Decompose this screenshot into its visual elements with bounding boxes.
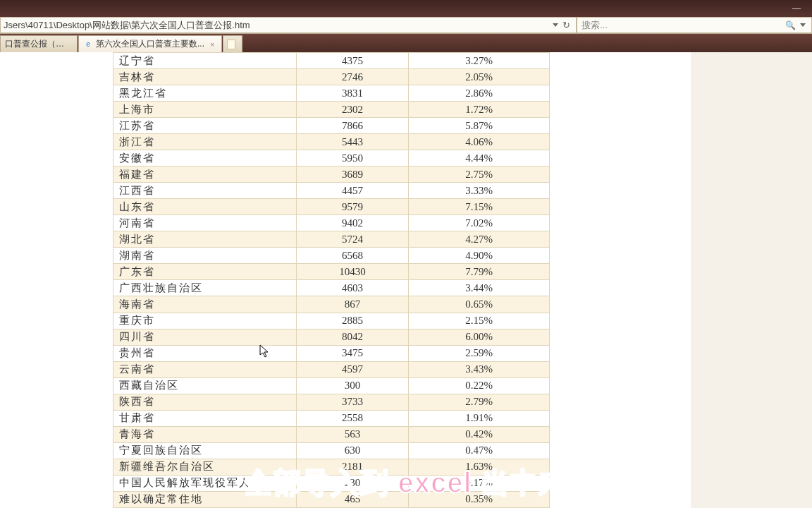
table-row: 福建省36892.75% (113, 167, 550, 183)
population-value: 3689 (296, 167, 409, 183)
table-row: 海南省8670.65% (113, 296, 550, 313)
population-value: 4597 (296, 361, 409, 377)
percentage-value: 2.05% (409, 69, 550, 85)
minimize-button[interactable]: — (787, 2, 806, 15)
population-value: 2558 (296, 410, 409, 426)
table-row: 西藏自治区3000.22% (113, 377, 550, 394)
province-name: 安徽省 (113, 150, 297, 167)
province-name: 江西省 (113, 183, 297, 199)
table-row: 重庆市28852.15% (113, 313, 550, 329)
population-value: 867 (296, 296, 409, 313)
population-value: 4375 (296, 53, 409, 69)
province-name: 湖南省 (113, 248, 297, 264)
province-name: 湖北省 (113, 231, 297, 248)
table-row: 广东省104307.79% (113, 264, 550, 280)
province-name: 西藏自治区 (113, 377, 297, 394)
document-page: 辽宁省43753.27%吉林省27462.05%黑龙江省38312.86%上海市… (0, 52, 691, 508)
table-row: 广西壮族自治区46033.44% (113, 280, 550, 296)
table-row: 贵州省34752.59% (113, 345, 550, 361)
percentage-value: 0.42% (409, 426, 550, 442)
province-name: 黑龙江省 (113, 85, 297, 102)
province-name: 宁夏回族自治区 (113, 442, 297, 459)
percentage-value: 6.00% (409, 329, 550, 345)
population-value: 3733 (296, 394, 409, 410)
percentage-value: 3.27% (409, 53, 550, 69)
population-value: 5950 (296, 150, 409, 167)
province-name: 四川省 (113, 329, 297, 345)
percentage-value: 4.44% (409, 150, 550, 167)
province-name: 上海市 (113, 102, 297, 118)
table-row: 宁夏回族自治区6300.47% (113, 442, 550, 459)
percentage-value: 4.90% (409, 248, 550, 264)
tab-close-button[interactable]: × (210, 40, 214, 49)
table-row: 云南省45973.43% (113, 361, 550, 377)
province-name: 云南省 (113, 361, 297, 377)
population-value: 4457 (296, 183, 409, 199)
search-placeholder: 搜索... (582, 19, 608, 32)
percentage-value: 1.72% (409, 102, 550, 118)
population-value: 5443 (296, 134, 409, 150)
province-name: 辽宁省 (113, 53, 297, 69)
caption-overlay: 全部导入到 excel 当中来 (0, 464, 812, 502)
table-row: 青海省5630.42% (113, 426, 550, 442)
percentage-value: 7.02% (409, 215, 550, 231)
population-value: 8042 (296, 329, 409, 345)
population-value: 9402 (296, 215, 409, 231)
province-name: 贵州省 (113, 345, 297, 361)
tab-strip: 口普查公报（第1... e 第六次全国人口普查主要数... × (0, 34, 812, 52)
table-row: 湖北省57244.27% (113, 231, 550, 248)
population-value: 10430 (296, 264, 409, 280)
ie-favicon-icon: e (83, 40, 93, 49)
new-tab-button[interactable] (223, 35, 242, 52)
table-row: 吉林省27462.05% (113, 69, 550, 85)
tab-active[interactable]: e 第六次全国人口普查主要数... × (78, 35, 222, 52)
search-controls: 🔍 (785, 20, 811, 30)
province-name: 甘肃省 (113, 410, 297, 426)
census-data-table: 辽宁省43753.27%吉林省27462.05%黑龙江省38312.86%上海市… (113, 52, 550, 508)
percentage-value: 2.86% (409, 85, 550, 102)
percentage-value: 1.91% (409, 410, 550, 426)
search-icon[interactable]: 🔍 (785, 20, 796, 30)
refresh-icon[interactable]: ↻ (562, 20, 570, 30)
search-dropdown-icon[interactable] (800, 23, 806, 27)
tab-label: 第六次全国人口普查主要数... (96, 38, 204, 50)
population-value: 2302 (296, 102, 409, 118)
table-row: 河南省94027.02% (113, 215, 550, 231)
population-value: 3475 (296, 345, 409, 361)
population-value: 2746 (296, 69, 409, 85)
province-name: 陕西省 (113, 394, 297, 410)
province-name: 山东省 (113, 199, 297, 215)
address-bar[interactable]: Jsers\40711\Desktop\网站数据\第六次全国人口普查公报.htm… (0, 17, 577, 33)
population-value: 9579 (296, 199, 409, 215)
page-content: 辽宁省43753.27%吉林省27462.05%黑龙江省38312.86%上海市… (0, 52, 812, 508)
percentage-value: 3.33% (409, 183, 550, 199)
search-bar[interactable]: 搜索... 🔍 (577, 17, 812, 33)
percentage-value: 4.27% (409, 231, 550, 248)
population-value: 2885 (296, 313, 409, 329)
table-row: 辽宁省43753.27% (113, 53, 550, 69)
tab-label: 口普查公报（第1... (5, 38, 70, 50)
window-titlebar: — (0, 0, 812, 17)
percentage-value: 7.15% (409, 199, 550, 215)
table-row: 江苏省78665.87% (113, 118, 550, 134)
province-name: 江苏省 (113, 118, 297, 134)
percentage-value: 7.79% (409, 264, 550, 280)
province-name: 海南省 (113, 296, 297, 313)
table-row: 甘肃省25581.91% (113, 410, 550, 426)
table-row: 上海市23021.72% (113, 102, 550, 118)
population-value: 7866 (296, 118, 409, 134)
province-name: 福建省 (113, 167, 297, 183)
population-value: 630 (296, 442, 409, 459)
percentage-value: 0.65% (409, 296, 550, 313)
percentage-value: 2.15% (409, 313, 550, 329)
province-name: 浙江省 (113, 134, 297, 150)
population-value: 563 (296, 426, 409, 442)
table-row: 四川省80426.00% (113, 329, 550, 345)
table-row: 江西省44573.33% (113, 183, 550, 199)
percentage-value: 2.59% (409, 345, 550, 361)
tab-inactive[interactable]: 口普查公报（第1... (0, 35, 78, 52)
province-name: 青海省 (113, 426, 297, 442)
province-name: 吉林省 (113, 69, 297, 85)
dropdown-icon[interactable] (553, 23, 558, 27)
table-row: 浙江省54434.06% (113, 134, 550, 150)
